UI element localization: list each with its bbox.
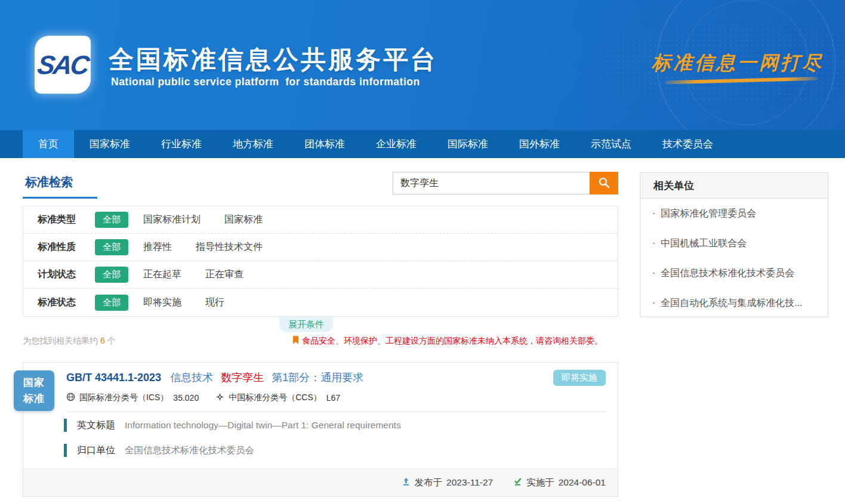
publish-icon <box>402 477 415 488</box>
standard-title-link[interactable]: GB/T 43441.1-2023 信息技术 数字孪生 第1部分：通用要求 <box>66 370 368 385</box>
sidebar-item-it-standardization-committee[interactable]: 全国信息技术标准化技术委员会 <box>640 258 828 288</box>
filter-all-button[interactable]: 全部 <box>95 212 128 228</box>
nav-tab-national-standards[interactable]: 国家标准 <box>74 130 146 158</box>
filter-label: 标准性质 <box>38 241 95 253</box>
results-info-row: 为您找到相关结果约6个 食品安全、环境保护、工程建设方面的国家标准未纳入本系统，… <box>23 335 618 348</box>
ics-classification: 国际标准分类号（ICS） 35.020 <box>66 392 199 403</box>
status-badge: 即将实施 <box>553 370 606 386</box>
nav-tab-pilot[interactable]: 示范试点 <box>575 130 647 158</box>
site-title: 全国标准信息公共服务平台 <box>109 43 438 76</box>
filter-all-button[interactable]: 全部 <box>95 267 128 283</box>
ccs-value: L67 <box>326 393 340 403</box>
system-notice: 食品安全、环境保护、工程建设方面的国家标准未纳入本系统，请咨询相关部委。 <box>292 336 618 347</box>
expand-conditions-button[interactable]: 展开条件 <box>279 317 333 332</box>
search-icon <box>598 177 610 190</box>
header-slogan: 标准信息一网打尽 <box>652 50 824 76</box>
filter-label: 计划状态 <box>38 268 95 281</box>
results-count: 为您找到相关结果约6个 <box>23 336 116 347</box>
site-subtitle: National public service platform for sta… <box>111 76 420 88</box>
field-value: Information technology—Digital twin—Part… <box>125 420 401 431</box>
result-card: 国家 标准 GB/T 43441.1-2023 信息技术 数字孪生 第1部分：通… <box>23 362 618 497</box>
search-bar <box>393 172 618 194</box>
sidebar-item-sac[interactable]: 国家标准化管理委员会 <box>640 199 828 228</box>
publish-label: 发布于 <box>415 477 443 489</box>
badge-line1: 国家 <box>23 375 45 391</box>
related-units-title: 相关单位 <box>640 173 828 199</box>
related-units-panel: 相关单位 国家标准化管理委员会 中国机械工业联合会 全国信息技术标准化技术委员会… <box>640 172 828 317</box>
results-count-number: 6 <box>100 336 105 345</box>
results-count-suffix: 个 <box>107 336 116 345</box>
filter-option[interactable]: 国家标准计划 <box>143 214 201 226</box>
filter-option[interactable]: 推荐性 <box>143 241 172 253</box>
filter-row-standard-nature: 标准性质 全部 推荐性 指导性技术文件 <box>23 234 618 261</box>
page-title: 标准检索 <box>25 174 73 190</box>
ics-label: 国际标准分类号（ICS） <box>79 392 168 403</box>
field-label: 英文标题 <box>77 419 115 432</box>
implement-date-item: 实施于 2024-06-01 <box>513 477 606 489</box>
filter-row-standard-type: 标准类型 全部 国家标准计划 国家标准 <box>23 206 618 234</box>
filter-row-standard-status: 标准状态 全部 即将实施 现行 <box>23 289 618 316</box>
implement-label: 实施于 <box>526 477 554 489</box>
check-icon <box>513 477 526 488</box>
ics-value: 35.020 <box>173 393 199 403</box>
publish-date-item: 发布于 2023-11-27 <box>402 477 494 489</box>
badge-line2: 标准 <box>23 391 45 407</box>
sidebar-item-machinery-federation[interactable]: 中国机械工业联合会 <box>640 228 828 258</box>
nav-tab-international-standards[interactable]: 国际标准 <box>432 130 504 158</box>
globe-icon <box>66 392 79 403</box>
standard-title-highlight: 数字孪生 <box>221 372 264 384</box>
sac-logo-text: SAC <box>36 50 90 80</box>
nav-tab-foreign-standards[interactable]: 国外标准 <box>504 130 575 158</box>
search-button[interactable] <box>590 172 618 194</box>
page: SAC 全国标准信息公共服务平台 National public service… <box>0 0 845 504</box>
sidebar-item-automation-committee[interactable]: 全国自动化系统与集成标准化技... <box>640 288 828 318</box>
bookmark-icon <box>292 336 302 347</box>
results-count-prefix: 为您找到相关结果约 <box>23 336 98 345</box>
search-input[interactable] <box>393 172 590 194</box>
page-title-underline-decor <box>23 197 97 199</box>
english-title-row: 英文标题 Information technology—Digital twin… <box>64 419 401 432</box>
nav-tab-enterprise-standards[interactable]: 企业标准 <box>360 130 432 158</box>
header-banner: SAC 全国标准信息公共服务平台 National public service… <box>0 0 845 130</box>
standard-title-part: 第1部分：通用要求 <box>272 372 363 384</box>
filter-option[interactable]: 国家标准 <box>224 214 263 226</box>
nav-tab-industry-standards[interactable]: 行业标准 <box>146 130 217 158</box>
filter-all-button[interactable]: 全部 <box>95 295 128 311</box>
main-nav: 首页 国家标准 行业标准 地方标准 团体标准 企业标准 国际标准 国外标准 示范… <box>0 130 845 158</box>
national-standard-badge: 国家 标准 <box>14 370 54 411</box>
field-label: 归口单位 <box>77 444 115 457</box>
card-divider <box>66 412 606 412</box>
field-bar-decor <box>64 444 67 457</box>
publish-date: 2023-11-27 <box>446 477 493 488</box>
standard-code: GB/T 43441.1-2023 <box>66 372 161 384</box>
implement-date: 2024-06-01 <box>559 477 606 488</box>
filter-all-button[interactable]: 全部 <box>95 239 128 255</box>
filter-option[interactable]: 现行 <box>205 296 224 309</box>
filter-label: 标准类型 <box>38 214 95 226</box>
filter-option[interactable]: 即将实施 <box>143 296 181 309</box>
nav-tab-local-standards[interactable]: 地方标准 <box>217 130 289 158</box>
standard-title-part: 信息技术 <box>170 372 213 384</box>
filter-row-plan-status: 计划状态 全部 正在起草 正在审查 <box>23 261 618 289</box>
classification-row: 国际标准分类号（ICS） 35.020 中国标准分类号（CCS） L67 <box>66 392 340 403</box>
sac-logo[interactable]: SAC <box>35 36 91 94</box>
filter-option[interactable]: 指导性技术文件 <box>196 241 263 253</box>
card-footer: 发布于 2023-11-27 实施于 2024-06-01 <box>23 468 618 496</box>
nav-tab-home[interactable]: 首页 <box>23 130 74 158</box>
filter-option[interactable]: 正在起草 <box>143 268 181 281</box>
nav-tab-technical-committee[interactable]: 技术委员会 <box>647 130 729 158</box>
filter-label: 标准状态 <box>38 296 95 309</box>
ccs-label: 中国标准分类号（CCS） <box>229 392 322 403</box>
compass-icon <box>215 392 229 403</box>
nav-tab-group-standards[interactable]: 团体标准 <box>289 130 360 158</box>
filter-panel: 标准类型 全部 国家标准计划 国家标准 标准性质 全部 推荐性 指导性技术文件 … <box>23 206 618 317</box>
ccs-classification: 中国标准分类号（CCS） L67 <box>215 392 340 403</box>
field-bar-decor <box>64 419 67 432</box>
committee-row: 归口单位 全国信息技术标准化技术委员会 <box>64 444 254 457</box>
field-value: 全国信息技术标准化技术委员会 <box>125 444 254 457</box>
filter-option[interactable]: 正在审查 <box>205 268 243 281</box>
notice-text: 食品安全、环境保护、工程建设方面的国家标准未纳入本系统，请咨询相关部委。 <box>302 336 603 347</box>
